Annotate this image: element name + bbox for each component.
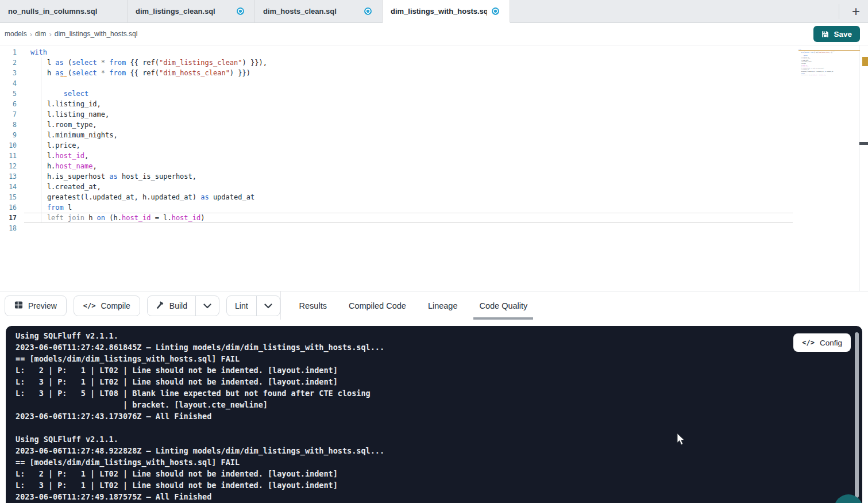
minimap[interactable]: with l as (select * from {{ ref("dim_lis… [798, 48, 848, 112]
code-line[interactable]: 11 l.host_id, [0, 151, 868, 161]
breadcrumb: models›dim›dim_listings_with_hosts.sql [5, 30, 137, 39]
code-line-text [24, 223, 30, 233]
lint-dropdown-button[interactable] [256, 296, 280, 316]
lint-split-button: Lint [226, 295, 280, 316]
code-line[interactable]: 4 [0, 78, 868, 89]
lint-button[interactable]: Lint [227, 296, 256, 316]
compile-button-label: Compile [101, 301, 130, 310]
code-lines: 1with2 l as (select * from {{ ref("dim_l… [0, 47, 868, 233]
config-button[interactable]: </> Config [793, 333, 851, 352]
minimap-content: with l as (select * from {{ ref("dim_lis… [798, 48, 848, 77]
code-line[interactable]: 16 from l [0, 202, 868, 213]
file-tab[interactable]: dim_listings_with_hosts.sql [383, 0, 510, 22]
panel-tabs: ResultsCompiled CodeLineageCode Quality [281, 291, 528, 320]
code-line[interactable]: 14 l.created_at, [0, 182, 868, 192]
line-number: 6 [0, 99, 24, 109]
code-line[interactable]: 10 l.price, [0, 140, 868, 151]
code-line-text: l.listing_id, [24, 99, 101, 109]
line-number: 13 [0, 171, 24, 182]
code-line-text: h.host_name, [24, 161, 97, 171]
code-line[interactable]: 7 l.listing_name, [0, 109, 868, 120]
overview-ruler-warning-marker [862, 57, 868, 66]
build-button-label: Build [169, 301, 187, 310]
code-line-text: l as (select * from {{ ref("dim_listings… [24, 57, 267, 68]
line-number: 17 [0, 213, 24, 223]
line-number: 12 [0, 161, 24, 171]
tabbar-right: + [839, 0, 868, 22]
line-number: 3 [0, 68, 24, 78]
config-button-label: Config [820, 339, 842, 347]
code-line[interactable]: 18 [0, 223, 868, 233]
compile-button[interactable]: </> Compile [74, 295, 140, 316]
breadcrumb-separator: › [30, 30, 32, 39]
code-line[interactable]: 5 select [0, 89, 868, 99]
build-split-button: Build [147, 295, 219, 316]
line-number: 11 [0, 151, 24, 161]
terminal-panel: Using SQLFluff v2.1.1. 2023-06-06T11:27:… [6, 326, 862, 503]
file-tab[interactable]: dim_hosts_clean.sql [255, 0, 383, 22]
panel-tab-results[interactable]: Results [299, 291, 327, 320]
code-editor[interactable]: 1with2 l as (select * from {{ ref("dim_l… [0, 45, 868, 291]
breadcrumb-item[interactable]: models [5, 30, 27, 38]
code-line-text: h.is_superhost as host_is_superhost, [24, 171, 196, 182]
build-button[interactable]: Build [148, 296, 195, 316]
code-line[interactable]: 17 left join h on (h.host_id = l.host_id… [0, 213, 868, 223]
code-line-text: l.minimum_nights, [24, 130, 118, 140]
chevron-down-icon [264, 301, 272, 311]
table-grid-icon [14, 301, 23, 311]
breadcrumb-item[interactable]: dim [35, 30, 46, 38]
breadcrumb-item[interactable]: dim_listings_with_hosts.sql [55, 30, 138, 38]
file-tab[interactable]: no_nulls_in_columns.sql [0, 0, 128, 22]
terminal-output: Using SQLFluff v2.1.1. 2023-06-06T11:27:… [6, 326, 862, 502]
action-toolbar: Preview </> Compile Build [0, 291, 868, 320]
code-line-text: select [24, 89, 88, 99]
panel-tab-code-quality[interactable]: Code Quality [479, 291, 527, 320]
code-line-text: l.listing_name, [24, 109, 109, 120]
code-line[interactable]: 9 l.minimum_nights, [0, 130, 868, 140]
save-button-label: Save [834, 30, 852, 39]
code-line[interactable]: 12 h.host_name, [0, 161, 868, 171]
code-line-text: from l [24, 202, 72, 213]
chevron-down-icon [203, 301, 211, 311]
code-line[interactable]: 3 h as (select * from {{ ref("dim_hosts_… [0, 68, 868, 78]
code-line-text: greatest(l.updated_at, h.updated_at) as … [24, 192, 254, 202]
line-number: 2 [0, 57, 24, 68]
line-number: 1 [0, 47, 24, 57]
file-tab[interactable]: dim_listings_clean.sql [128, 0, 255, 22]
code-line[interactable]: 13 h.is_superhost as host_is_superhost, [0, 171, 868, 182]
code-line-text: h as (select * from {{ ref("dim_hosts_cl… [24, 68, 250, 78]
editor-scrollbar-track [859, 45, 859, 291]
minimap-warning-line [798, 50, 860, 51]
save-button[interactable]: Save [813, 26, 860, 42]
breadcrumb-separator: › [49, 30, 51, 39]
code-line-text: l.host_id, [24, 151, 88, 161]
terminal-scrollbar[interactable] [855, 332, 859, 498]
code-line[interactable]: 1with [0, 47, 868, 57]
code-line-text: l.room_type, [24, 120, 97, 130]
file-tab-label: dim_listings_with_hosts.sql [391, 7, 487, 16]
code-line[interactable]: 15 greatest(l.updated_at, h.updated_at) … [0, 192, 868, 202]
code-line[interactable]: 8 l.room_type, [0, 120, 868, 130]
line-number: 4 [0, 78, 24, 89]
code-line[interactable]: 6 l.listing_id, [0, 99, 868, 109]
tabs-container: no_nulls_in_columns.sqldim_listings_clea… [0, 0, 510, 22]
panel-tab-compiled-code[interactable]: Compiled Code [349, 291, 406, 320]
hammer-icon [156, 301, 164, 311]
panel-tab-lineage[interactable]: Lineage [428, 291, 458, 320]
new-tab-button[interactable]: + [847, 3, 865, 20]
line-number: 10 [0, 140, 24, 151]
line-number: 14 [0, 182, 24, 192]
unsaved-changes-dot-icon [237, 7, 244, 15]
code-line[interactable]: 2 l as (select * from {{ ref("dim_listin… [0, 57, 868, 68]
code-line-text: l.price, [24, 140, 80, 151]
preview-button[interactable]: Preview [5, 295, 67, 316]
line-number: 5 [0, 89, 24, 99]
code-brackets-icon: </> [802, 339, 815, 347]
build-dropdown-button[interactable] [195, 296, 219, 316]
overview-ruler-position-marker [859, 142, 868, 145]
line-number: 16 [0, 202, 24, 213]
code-line-text: l.created_at, [24, 182, 101, 192]
code-line-text [24, 78, 30, 89]
line-number: 18 [0, 223, 24, 233]
preview-button-label: Preview [28, 301, 57, 310]
